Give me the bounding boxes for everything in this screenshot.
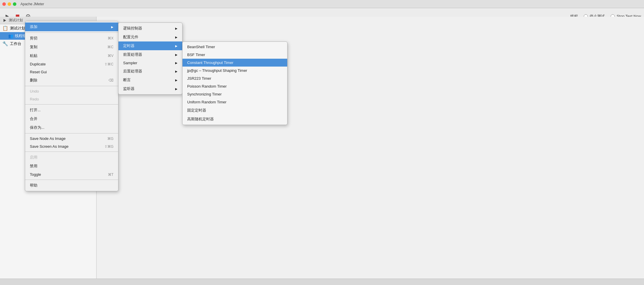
workbench-label: 工作台	[10, 41, 21, 46]
paste-label: 粘贴	[30, 53, 37, 58]
menu-item-open[interactable]: 打开...	[25, 106, 118, 114]
redo-label: Redo	[30, 97, 39, 101]
constant-throughput-timer-label: Constant Throughput Timer	[187, 60, 233, 65]
jpgc-timer-label: jp@gc – Throughput Shaping Timer	[187, 68, 247, 73]
menu-item-paste[interactable]: 粘贴 ⌘V	[25, 51, 118, 60]
fixed-timer-label: 固定定时器	[187, 108, 206, 113]
test-plan-icon: 📋	[2, 25, 8, 31]
close-button[interactable]	[2, 2, 6, 6]
menu-item-poisson-timer[interactable]: Poisson Random Timer	[182, 82, 287, 90]
minimize-button[interactable]	[8, 2, 11, 6]
submenu-timer: BeanShell Timer BSF Timer Constant Throu…	[182, 41, 287, 125]
menu-item-save-as[interactable]: 保存为...	[25, 123, 118, 132]
menu-item-config-element[interactable]: 配置元件 ▶	[118, 33, 182, 41]
delete-label: 删除	[30, 78, 37, 83]
reset-gui-label: Reset Gui	[30, 70, 47, 74]
listener-arrow-icon: ▶	[175, 87, 178, 91]
menu-item-help[interactable]: 帮助	[25, 181, 118, 190]
menu-item-bsf-timer[interactable]: BSF Timer	[182, 51, 287, 59]
menu-item-synchronizing-timer[interactable]: Synchronizing Timer	[182, 90, 287, 98]
menu-item-jsr223-timer[interactable]: JSR223 Timer	[182, 74, 287, 82]
listener-label: 监听器	[123, 86, 135, 91]
separator-6	[25, 180, 118, 180]
menu-item-disable[interactable]: 禁用	[25, 162, 118, 171]
menu-item-fixed-timer[interactable]: 固定定时器	[182, 106, 287, 115]
menu-item-post-processor[interactable]: 后置处理器 ▶	[118, 67, 182, 76]
menu-item-duplicate[interactable]: Duplicate ⇧⌘C	[25, 60, 118, 68]
menu-item-jpgc-timer[interactable]: jp@gc – Throughput Shaping Timer	[182, 67, 287, 74]
sampler-label: Sampler	[123, 61, 137, 65]
config-arrow-icon: ▶	[175, 36, 178, 39]
submenu-add: 逻辑控制器 ▶ 配置元件 ▶ 定时器 ▶ BeanShell Timer	[118, 22, 182, 95]
app-container: Apache JMeter 线程 停止测试 Stop Test Now	[0, 0, 644, 285]
menu-item-gauss-timer[interactable]: 高斯随机定时器	[182, 115, 287, 124]
tree-header-label: 测试计划	[9, 18, 23, 23]
logic-controller-label: 逻辑控制器	[123, 26, 142, 31]
workbench-icon: 🔧	[2, 41, 8, 46]
uniform-random-timer-label: Uniform Random Timer	[187, 100, 226, 104]
pre-arrow-icon: ▶	[175, 53, 178, 56]
duplicate-shortcut: ⇧⌘C	[104, 62, 113, 66]
cut-label: 剪切	[30, 36, 37, 41]
menu-item-undo[interactable]: Undo	[25, 87, 118, 95]
save-node-shortcut: ⌘G	[107, 137, 113, 141]
duplicate-label: Duplicate	[30, 62, 46, 66]
logic-arrow-icon: ▶	[175, 27, 178, 30]
menu-item-copy[interactable]: 复制 ⌘C	[25, 43, 118, 51]
cut-shortcut: ⌘X	[108, 36, 113, 40]
menu-item-toggle[interactable]: Toggle ⌘T	[25, 171, 118, 178]
menu-item-merge[interactable]: 合并	[25, 114, 118, 123]
copy-shortcut: ⌘C	[107, 45, 113, 49]
copy-label: 复制	[30, 44, 37, 50]
merge-label: 合并	[30, 116, 37, 121]
gauss-timer-label: 高斯随机定时器	[187, 117, 214, 122]
help-label: 帮助	[30, 183, 37, 188]
assertion-arrow-icon: ▶	[175, 79, 178, 82]
menu-item-logic-controller[interactable]: 逻辑控制器 ▶	[118, 24, 182, 33]
menu-item-timer[interactable]: 定时器 ▶ BeanShell Timer BSF Timer Constant…	[118, 41, 182, 50]
open-label: 打开...	[30, 107, 41, 113]
paste-shortcut: ⌘V	[108, 54, 113, 58]
save-as-label: 保存为...	[30, 125, 44, 130]
title-bar: Apache JMeter	[0, 0, 644, 8]
menu-item-delete[interactable]: 删除 ⌫	[25, 76, 118, 85]
save-node-label: Save Node As Image	[30, 136, 66, 141]
menu-item-sampler[interactable]: Sampler ▶	[118, 59, 182, 67]
menu-item-beanshell-timer[interactable]: BeanShell Timer	[182, 43, 287, 51]
menu-item-cut[interactable]: 剪切 ⌘X	[25, 34, 118, 43]
menu-item-add[interactable]: 添加 ▶ 逻辑控制器 ▶ 配置元件 ▶ 定时器 ▶	[25, 22, 118, 31]
menu-item-save-screen-as-image[interactable]: Save Screen As Image ⇧⌘G	[25, 142, 118, 150]
tree-play-icon[interactable]	[2, 18, 7, 23]
timer-label: 定时器	[123, 43, 135, 48]
title-text: Apache JMeter	[20, 2, 44, 6]
post-processor-label: 后置处理器	[123, 69, 142, 74]
config-element-label: 配置元件	[123, 34, 138, 40]
status-bar	[0, 279, 644, 285]
menu-item-constant-throughput-timer[interactable]: Constant Throughput Timer	[182, 59, 287, 67]
context-menu: 添加 ▶ 逻辑控制器 ▶ 配置元件 ▶ 定时器 ▶	[25, 21, 118, 191]
menu-item-listener[interactable]: 监听器 ▶	[118, 84, 182, 93]
menu-item-reset-gui[interactable]: Reset Gui	[25, 68, 118, 76]
menu-item-save-node-as-image[interactable]: Save Node As Image ⌘G	[25, 135, 118, 142]
menu-item-redo[interactable]: Redo	[25, 95, 118, 103]
menu-item-uniform-random-timer[interactable]: Uniform Random Timer	[182, 98, 287, 106]
thread-group-icon: 👥	[8, 34, 13, 38]
post-arrow-icon: ▶	[175, 70, 178, 73]
separator-1	[25, 32, 118, 33]
svg-marker-4	[4, 19, 6, 22]
disable-label: 禁用	[30, 164, 37, 169]
synchronizing-timer-label: Synchronizing Timer	[187, 92, 222, 96]
section-title: 线程组	[103, 22, 638, 31]
enable-label: 启用	[30, 155, 37, 160]
menu-item-pre-processor[interactable]: 前置处理器 ▶	[118, 50, 182, 59]
save-screen-shortcut: ⇧⌘G	[104, 145, 113, 149]
add-arrow-icon: ▶	[111, 25, 113, 29]
test-plan-label: 测试计划	[10, 26, 25, 31]
add-label: 添加	[30, 24, 37, 29]
separator-3	[25, 104, 118, 105]
menu-item-assertion[interactable]: 断言 ▶	[118, 76, 182, 84]
separator-2	[25, 86, 118, 86]
menu-item-enable[interactable]: 启用	[25, 153, 118, 162]
undo-label: Undo	[30, 89, 39, 93]
maximize-button[interactable]	[13, 2, 16, 6]
